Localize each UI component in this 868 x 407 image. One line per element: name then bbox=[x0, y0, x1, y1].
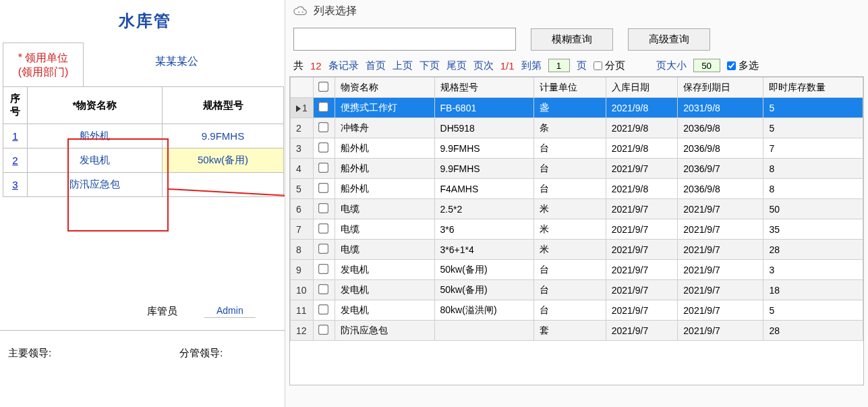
seq-cell[interactable]: 1 bbox=[3, 124, 28, 148]
col-expire-header[interactable]: 保存到期日 bbox=[678, 78, 763, 98]
row-number: 5 bbox=[291, 179, 314, 199]
grid-row[interactable]: 4船外机9.9FMHS台2021/9/72036/9/78 bbox=[291, 159, 863, 179]
row-number: 11 bbox=[291, 300, 314, 321]
name-cell[interactable]: 发电机 bbox=[28, 148, 163, 173]
col-unit-header[interactable]: 计量单位 bbox=[534, 78, 606, 98]
first-page-link[interactable]: 首页 bbox=[366, 59, 386, 72]
grid-wrapper[interactable]: 物资名称 规格型号 计量单位 入库日期 保存到期日 即时库存数量 1便携式工作灯… bbox=[289, 76, 864, 385]
cell-name: 船外机 bbox=[335, 159, 435, 179]
grid-row[interactable]: 1便携式工作灯FB-6801盏2021/9/82031/9/85 bbox=[291, 98, 863, 118]
row-checkbox[interactable] bbox=[318, 142, 328, 153]
col-stock-header[interactable]: 即时库存数量 bbox=[763, 78, 863, 98]
row-check-cell[interactable] bbox=[314, 179, 335, 199]
cell-unit: 台 bbox=[534, 179, 606, 199]
cell-expire: 2036/9/8 bbox=[678, 138, 763, 159]
row-check-cell[interactable] bbox=[314, 260, 335, 280]
cell-unit: 台 bbox=[534, 159, 606, 179]
row-checkbox[interactable] bbox=[318, 203, 328, 213]
cell-expire: 2036/9/8 bbox=[678, 179, 763, 199]
grid-row[interactable]: 10发电机50kw(备用)台2021/9/72021/9/718 bbox=[291, 280, 863, 300]
multi-select-label[interactable]: 多选 bbox=[727, 59, 759, 72]
row-check-cell[interactable] bbox=[314, 199, 335, 219]
lingdanwei-line2: (领用部门) bbox=[10, 65, 76, 80]
row-check-cell[interactable] bbox=[314, 280, 335, 300]
cell-stock: 7 bbox=[763, 138, 863, 159]
row-checkbox[interactable] bbox=[318, 122, 328, 132]
last-page-link[interactable]: 尾页 bbox=[446, 59, 467, 72]
next-page-link[interactable]: 下页 bbox=[419, 59, 440, 72]
page-index-label: 页次 bbox=[473, 59, 494, 72]
svg-point-2 bbox=[302, 11, 303, 13]
search-input[interactable] bbox=[293, 28, 516, 51]
cell-stock: 5 bbox=[763, 300, 863, 321]
row-number: 6 bbox=[291, 199, 314, 219]
spec-cell[interactable]: 50kw(备用) bbox=[163, 148, 284, 173]
row-checkbox[interactable] bbox=[318, 264, 328, 274]
cell-stock: 3 bbox=[763, 260, 863, 280]
col-indate-header[interactable]: 入库日期 bbox=[606, 78, 678, 98]
row-check-cell[interactable] bbox=[314, 240, 335, 260]
name-cell[interactable]: 船外机 bbox=[28, 124, 163, 148]
cell-name: 电缆 bbox=[335, 219, 435, 240]
grid-row[interactable]: 6电缆2.5*2米2021/9/72021/9/750 bbox=[291, 199, 863, 219]
row-check-cell[interactable] bbox=[314, 159, 335, 179]
row-check-cell[interactable] bbox=[314, 138, 335, 159]
cell-name: 发电机 bbox=[335, 300, 435, 321]
row-checkbox[interactable] bbox=[318, 163, 328, 173]
prev-page-link[interactable]: 上页 bbox=[393, 59, 413, 72]
form-row[interactable]: 1船外机9.9FMHS bbox=[3, 124, 284, 148]
cell-expire: 2036/9/8 bbox=[678, 118, 763, 138]
paging-checkbox-label[interactable]: 分页 bbox=[594, 59, 625, 72]
col-spec-header[interactable]: 规格型号 bbox=[434, 78, 534, 98]
page-size-input[interactable] bbox=[693, 59, 720, 72]
grid-row[interactable]: 2冲锋舟DH5918条2021/9/82036/9/85 bbox=[291, 118, 863, 138]
cell-expire: 2021/9/7 bbox=[678, 260, 763, 280]
grid-row[interactable]: 3船外机9.9FMHS台2021/9/82036/9/87 bbox=[291, 138, 863, 159]
cell-stock: 28 bbox=[763, 240, 863, 260]
cell-indate: 2021/9/8 bbox=[606, 179, 678, 199]
row-checkbox[interactable] bbox=[318, 284, 328, 294]
select-all-checkbox[interactable] bbox=[318, 82, 328, 92]
spec-cell[interactable]: 9.9FMHS bbox=[163, 124, 284, 148]
advanced-search-button[interactable]: 高级查询 bbox=[628, 28, 710, 51]
grid-row[interactable]: 5船外机F4AMHS台2021/9/82036/9/88 bbox=[291, 179, 863, 199]
seq-cell[interactable]: 3 bbox=[3, 173, 28, 197]
row-check-cell[interactable] bbox=[314, 219, 335, 240]
row-checkbox[interactable] bbox=[318, 223, 328, 234]
cell-name: 电缆 bbox=[335, 199, 435, 219]
col-name-header[interactable]: 物资名称 bbox=[335, 78, 435, 98]
row-checkbox[interactable] bbox=[318, 183, 328, 193]
cell-stock: 5 bbox=[763, 118, 863, 138]
grid-row[interactable]: 12防汛应急包套2021/9/72021/9/728 bbox=[291, 321, 863, 341]
multi-select-checkbox[interactable] bbox=[727, 61, 736, 70]
name-cell[interactable]: 防汛应急包 bbox=[28, 173, 163, 197]
paging-bar: 共 12 条记录 首页 上页 下页 尾页 页次 1/1 到第 页 分页 页大小 … bbox=[285, 56, 868, 76]
row-check-cell[interactable] bbox=[314, 321, 335, 341]
row-checkbox[interactable] bbox=[318, 325, 328, 335]
row-check-cell[interactable] bbox=[314, 118, 335, 138]
seq-cell[interactable]: 2 bbox=[3, 148, 28, 173]
paging-checkbox[interactable] bbox=[594, 61, 602, 70]
grid-row[interactable]: 11发电机80kw(溢洪闸)台2021/9/72021/9/75 bbox=[291, 300, 863, 321]
row-checkbox[interactable] bbox=[318, 244, 328, 254]
row-checkbox[interactable] bbox=[318, 304, 328, 315]
cell-indate: 2021/9/7 bbox=[606, 280, 678, 300]
grid-row[interactable]: 9发电机50kw(备用)台2021/9/72021/9/73 bbox=[291, 260, 863, 280]
row-check-cell[interactable] bbox=[314, 300, 335, 321]
list-select-popup: 列表选择 模糊查询 高级查询 共 12 条记录 首页 上页 下页 尾页 页次 1… bbox=[285, 0, 868, 407]
cell-name: 船外机 bbox=[335, 179, 435, 199]
row-checkbox[interactable] bbox=[318, 102, 328, 112]
cell-spec: 3*6 bbox=[434, 219, 534, 240]
form-row[interactable]: 2发电机50kw(备用) bbox=[3, 148, 284, 173]
leader-sub-label: 分管领导: bbox=[179, 347, 223, 360]
cell-expire: 2021/9/7 bbox=[678, 280, 763, 300]
cell-expire: 2021/9/7 bbox=[678, 300, 763, 321]
col-check-header[interactable] bbox=[314, 78, 335, 98]
fuzzy-search-button[interactable]: 模糊查询 bbox=[531, 28, 613, 51]
grid-row[interactable]: 8电缆3*6+1*4米2021/9/72021/9/728 bbox=[291, 240, 863, 260]
grid-row[interactable]: 7电缆3*6米2021/9/72021/9/735 bbox=[291, 219, 863, 240]
row-check-cell[interactable] bbox=[314, 98, 335, 118]
cell-indate: 2021/9/7 bbox=[606, 159, 678, 179]
cloud-icon bbox=[293, 5, 308, 18]
goto-page-input[interactable] bbox=[548, 59, 570, 72]
